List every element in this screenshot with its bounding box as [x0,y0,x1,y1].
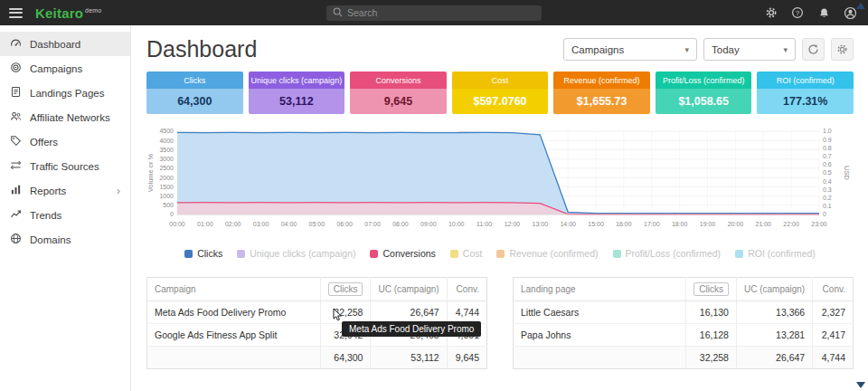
date-range-label: Today [712,44,740,55]
column-header-conv[interactable]: Conv. [447,278,486,301]
sidebar-item-label: Landings Pages [30,88,104,99]
landing-name-cell[interactable]: Papa Johns [514,324,686,347]
clicks-cell: 16,128 [686,324,737,347]
sidebar-item-landings[interactable]: Landings Pages [0,81,130,105]
legend-item-cost[interactable]: Cost [450,248,483,259]
menu-toggle-icon[interactable] [9,8,23,18]
legend-item-profit-loss[interactable]: Profit/Loss (confirmed) [613,248,722,259]
campaigns-filter-select[interactable]: Campaigns ▾ [563,38,697,61]
legend-item-unique-clicks[interactable]: Unique clicks (campaign) [237,248,355,259]
scroll-up-arrow[interactable] [856,3,865,9]
svg-text:?: ? [796,9,800,17]
app-logo[interactable]: Keitarodemo [35,5,101,21]
legend-label: Unique clicks (campaign) [250,248,355,259]
svg-text:0.6: 0.6 [823,161,832,167]
table-row[interactable]: Little Caesars 16,130 13,366 2,327 [514,301,854,324]
metric-card-cost[interactable]: Cost $597.0760 [452,72,549,114]
topbar: Keitarodemo ? [0,0,868,25]
legend-item-roi[interactable]: ROI (confirmed) [735,248,816,259]
campaign-name-cell[interactable]: Google Ads Fitness App Split [147,324,321,347]
svg-text:04:00: 04:00 [281,221,297,227]
metric-value: 64,300 [146,89,243,114]
conv-cell: 2,327 [813,301,854,324]
legend-item-clicks[interactable]: Clicks [184,248,222,259]
metric-label: Unique clicks (campaign) [249,72,345,89]
help-icon[interactable]: ? [790,5,805,20]
sidebar-item-affiliate-networks[interactable]: Affiliate Networks [0,105,130,129]
table-row[interactable]: Papa Johns 16,128 13,281 2,417 [514,324,854,347]
legend-swatch [496,250,505,258]
traffic-chart-canvas[interactable]: 00:0001:0002:0003:0004:0005:0006:0007:00… [146,127,854,237]
legend-swatch [370,250,378,258]
svg-text:22:00: 22:00 [783,221,799,227]
table-row[interactable]: Meta Ads Food Delivery Promo 32,258 26,6… [147,301,487,324]
metric-card-conversions[interactable]: Conversions 9,645 [350,72,447,114]
dashboard-settings-button[interactable] [831,38,854,61]
search-input[interactable] [347,7,535,18]
metric-label: Clicks [146,72,243,89]
empty-cell [514,347,686,369]
column-header-uc[interactable]: UC (campaign) [736,278,812,301]
sidebar-item-label: Offers [30,137,58,148]
total-conv-cell: 4,744 [813,347,854,369]
total-clicks-cell: 64,300 [320,347,371,369]
total-conv-cell: 9,645 [447,347,486,369]
sidebar-item-label: Dashboard [30,39,80,50]
legend-label: Conversions [382,248,435,259]
sidebar-item-domains[interactable]: Domains [0,227,130,252]
svg-text:0: 0 [170,211,174,217]
bar-chart-icon [10,184,22,197]
sidebar-item-trends[interactable]: Trends [0,203,130,227]
settings-gear-icon[interactable] [764,5,778,20]
refresh-button[interactable] [802,38,825,61]
search-icon [333,5,343,21]
notifications-bell-icon[interactable] [816,5,831,20]
svg-text:0.7: 0.7 [823,153,832,159]
column-header-conv[interactable]: Conv. [813,278,854,301]
metric-card-roi[interactable]: ROI (confirmed) 177.31% [757,72,854,114]
scroll-down-arrow[interactable] [856,382,865,388]
landing-name-cell[interactable]: Little Caesars [514,301,686,324]
column-header-campaign[interactable]: Campaign [147,278,321,301]
metric-card-unique-clicks[interactable]: Unique clicks (campaign) 53,112 [249,72,345,114]
legend-swatch [735,250,743,258]
date-range-select[interactable]: Today ▾ [703,38,796,61]
sidebar-item-traffic-sources[interactable]: Traffic Sources [0,154,130,178]
page-header: Dashboard Campaigns ▾ Today ▾ [132,25,868,68]
dashboard-controls: Campaigns ▾ Today ▾ [563,38,854,61]
chevron-down-icon: ▾ [677,45,689,54]
user-avatar-icon[interactable] [843,5,857,20]
svg-text:0.8: 0.8 [823,145,832,151]
column-header-uc[interactable]: UC (campaign) [371,278,447,301]
bullseye-icon [10,62,22,75]
svg-text:05:00: 05:00 [309,221,326,227]
column-header-landing-page[interactable]: Landing page [514,278,686,301]
metric-card-clicks[interactable]: Clicks 64,300 [146,72,243,114]
svg-text:00:00: 00:00 [169,221,185,227]
legend-label: Profit/Loss (confirmed) [626,248,722,259]
metric-value: $1,655.73 [553,89,650,114]
column-header-clicks[interactable]: Clicks [686,278,737,301]
global-search[interactable] [326,5,542,21]
svg-text:14:00: 14:00 [560,221,576,227]
legend-swatch [184,250,193,258]
sidebar-item-reports[interactable]: Reports › [0,178,130,203]
svg-text:0.4: 0.4 [823,178,832,185]
sidebar-item-offers[interactable]: Offers [0,129,130,154]
column-header-clicks[interactable]: Clicks [320,278,371,301]
svg-text:2500: 2500 [159,165,174,171]
table-header-row: Landing page Clicks UC (campaign) Conv. [514,278,854,301]
sidebar-item-campaigns[interactable]: Campaigns [0,56,130,81]
page-icon [10,86,22,100]
svg-text:1500: 1500 [159,184,174,190]
svg-text:10:00: 10:00 [448,221,465,227]
legend-item-revenue[interactable]: Revenue (confirmed) [496,248,598,259]
main-content: Dashboard Campaigns ▾ Today ▾ [132,25,868,391]
svg-text:11:00: 11:00 [476,221,492,227]
sidebar-item-dashboard[interactable]: Dashboard [0,32,130,56]
svg-text:12:00: 12:00 [505,221,521,227]
campaign-name-cell[interactable]: Meta Ads Food Delivery Promo [147,301,321,324]
metric-card-profit-loss[interactable]: Profit/Loss (confirmed) $1,058.65 [656,72,752,114]
metric-card-revenue[interactable]: Revenue (confirmed) $1,655.73 [553,72,650,114]
legend-item-conversions[interactable]: Conversions [370,248,435,259]
